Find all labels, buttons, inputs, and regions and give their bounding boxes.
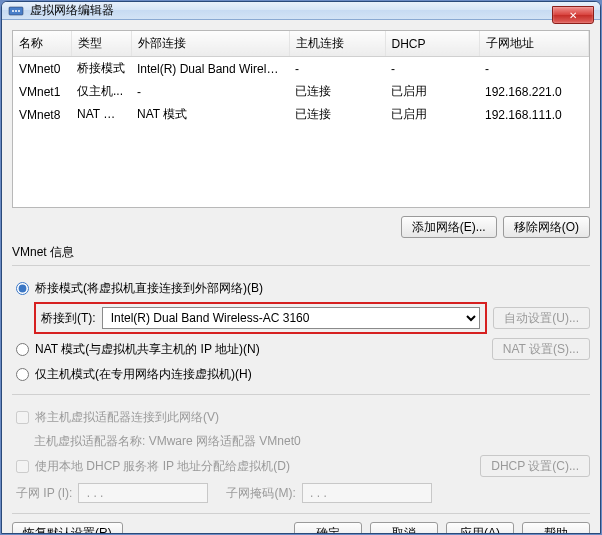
col-header-host[interactable]: 主机连接: [289, 31, 385, 57]
radio-bridged[interactable]: [16, 282, 29, 295]
close-button[interactable]: ✕: [552, 6, 594, 24]
auto-settings-button: 自动设置(U)...: [493, 307, 590, 329]
cell-ext: Intel(R) Dual Band Wireless-...: [131, 57, 289, 81]
col-header-dhcp[interactable]: DHCP: [385, 31, 479, 57]
radio-hostonly-row: 仅主机模式(在专用网络内连接虚拟机)(H): [16, 364, 590, 384]
cell-dhcp: -: [385, 57, 479, 81]
dialog-window: 虚拟网络编辑器 ✕ 名称 类型 外部连接 主机连接 DHCP 子: [1, 1, 601, 534]
radio-nat-row: NAT 模式(与虚拟机共享主机的 IP 地址)(N) NAT 设置(S)...: [16, 338, 590, 360]
restore-defaults-button[interactable]: 恢复默认设置(R): [12, 522, 123, 534]
help-button[interactable]: 帮助: [522, 522, 590, 534]
cell-name: VMnet1: [13, 80, 71, 103]
vmnet-info-group: 桥接模式(将虚拟机直接连接到外部网络)(B) 桥接到(T): Intel(R) …: [12, 265, 590, 388]
bridged-adapter-select[interactable]: Intel(R) Dual Band Wireless-AC 3160: [102, 307, 481, 329]
radio-nat-label[interactable]: NAT 模式(与虚拟机共享主机的 IP 地址)(N): [35, 341, 260, 358]
highlight-box: 桥接到(T): Intel(R) Dual Band Wireless-AC 3…: [34, 302, 487, 334]
cell-subnet: 192.168.111.0: [479, 103, 589, 126]
host-adapter-name: 主机虚拟适配器名称: VMware 网络适配器 VMnet0: [34, 433, 301, 450]
cell-ext: NAT 模式: [131, 103, 289, 126]
cancel-button[interactable]: 取消: [370, 522, 438, 534]
cell-name: VMnet0: [13, 57, 71, 81]
radio-hostonly-label[interactable]: 仅主机模式(在专用网络内连接虚拟机)(H): [35, 366, 252, 383]
use-dhcp-checkbox: [16, 460, 29, 473]
network-table[interactable]: 名称 类型 外部连接 主机连接 DHCP 子网地址 VMnet0 桥接模式 In…: [12, 30, 590, 208]
apply-button[interactable]: 应用(A): [446, 522, 514, 534]
svg-point-3: [18, 10, 20, 12]
dhcp-settings-button: DHCP 设置(C)...: [480, 455, 590, 477]
cell-type: NAT 模式: [71, 103, 131, 126]
cell-name: VMnet8: [13, 103, 71, 126]
connect-host-checkbox: [16, 411, 29, 424]
table-row[interactable]: VMnet1 仅主机... - 已连接 已启用 192.168.221.0: [13, 80, 589, 103]
cell-dhcp: 已启用: [385, 80, 479, 103]
col-header-type[interactable]: 类型: [71, 31, 131, 57]
radio-hostonly[interactable]: [16, 368, 29, 381]
radio-bridged-label[interactable]: 桥接模式(将虚拟机直接连接到外部网络)(B): [35, 280, 263, 297]
host-adapter-group: 将主机虚拟适配器连接到此网络(V) 主机虚拟适配器名称: VMware 网络适配…: [12, 394, 590, 507]
cell-ext: -: [131, 80, 289, 103]
close-icon: ✕: [569, 10, 577, 21]
subnet-ip-label: 子网 IP (I):: [16, 485, 72, 502]
cell-subnet: -: [479, 57, 589, 81]
use-dhcp-row: 使用本地 DHCP 服务将 IP 地址分配给虚拟机(D) DHCP 设置(C).…: [16, 455, 590, 477]
cell-type: 桥接模式: [71, 57, 131, 81]
subnet-mask-input: [302, 483, 432, 503]
connect-host-label: 将主机虚拟适配器连接到此网络(V): [35, 409, 219, 426]
col-header-subnet[interactable]: 子网地址: [479, 31, 589, 57]
add-network-button[interactable]: 添加网络(E)...: [401, 216, 497, 238]
connect-host-row: 将主机虚拟适配器连接到此网络(V): [16, 407, 590, 427]
client-area: 名称 类型 外部连接 主机连接 DHCP 子网地址 VMnet0 桥接模式 In…: [2, 20, 600, 534]
svg-point-1: [12, 10, 14, 12]
host-adapter-name-row: 主机虚拟适配器名称: VMware 网络适配器 VMnet0: [34, 431, 590, 451]
bridged-adapter-row: 桥接到(T): Intel(R) Dual Band Wireless-AC 3…: [34, 302, 590, 334]
table-row[interactable]: VMnet8 NAT 模式 NAT 模式 已连接 已启用 192.168.111…: [13, 103, 589, 126]
dialog-footer: 恢复默认设置(R) 确定 取消 应用(A) 帮助: [12, 513, 590, 534]
radio-nat[interactable]: [16, 343, 29, 356]
subnet-mask-label: 子网掩码(M):: [226, 485, 295, 502]
app-icon: [8, 3, 24, 19]
network-buttons: 添加网络(E)... 移除网络(O): [12, 216, 590, 238]
col-header-ext[interactable]: 外部连接: [131, 31, 289, 57]
cell-host: 已连接: [289, 80, 385, 103]
svg-point-2: [15, 10, 17, 12]
table-row[interactable]: VMnet0 桥接模式 Intel(R) Dual Band Wireless-…: [13, 57, 589, 81]
cell-dhcp: 已启用: [385, 103, 479, 126]
cell-host: 已连接: [289, 103, 385, 126]
subnet-row: 子网 IP (I): 子网掩码(M):: [16, 483, 590, 503]
col-header-name[interactable]: 名称: [13, 31, 71, 57]
cell-type: 仅主机...: [71, 80, 131, 103]
window-title: 虚拟网络编辑器: [30, 2, 114, 19]
nat-settings-button: NAT 设置(S)...: [492, 338, 590, 360]
titlebar: 虚拟网络编辑器 ✕: [2, 2, 600, 20]
subnet-ip-input: [78, 483, 208, 503]
table-header-row[interactable]: 名称 类型 外部连接 主机连接 DHCP 子网地址: [13, 31, 589, 57]
bridged-to-label: 桥接到(T):: [41, 310, 96, 327]
vmnet-info-label: VMnet 信息: [12, 244, 590, 261]
cell-host: -: [289, 57, 385, 81]
remove-network-button[interactable]: 移除网络(O): [503, 216, 590, 238]
radio-bridged-row: 桥接模式(将虚拟机直接连接到外部网络)(B): [16, 278, 590, 298]
ok-button[interactable]: 确定: [294, 522, 362, 534]
cell-subnet: 192.168.221.0: [479, 80, 589, 103]
use-dhcp-label: 使用本地 DHCP 服务将 IP 地址分配给虚拟机(D): [35, 458, 290, 475]
